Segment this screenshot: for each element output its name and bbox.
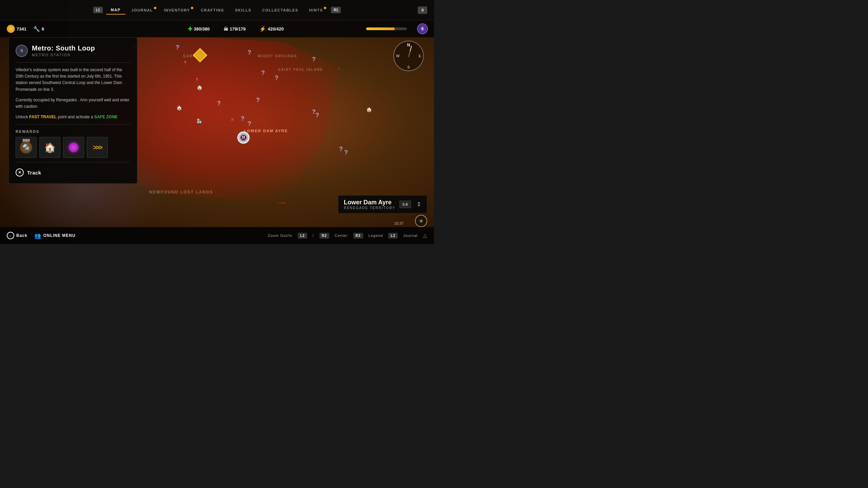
reward-count: 3000 bbox=[16, 139, 36, 142]
clock-icon: ☀ bbox=[415, 215, 427, 227]
inventory-badge bbox=[191, 7, 193, 9]
hp-value: 380/380 bbox=[194, 26, 210, 32]
legend-label: Legend bbox=[369, 233, 383, 238]
arrows-icon: >>> bbox=[93, 144, 102, 151]
marker-q7: ? bbox=[256, 97, 260, 104]
reward-house: 🏠 bbox=[39, 137, 60, 158]
crafting-status: 🔧 6 bbox=[33, 26, 44, 32]
level-badge: 6 bbox=[417, 23, 428, 34]
tooltip-text: Lower Dam Ayre RENEGADE TERRITORY bbox=[344, 199, 395, 210]
hp-icon: ✚ bbox=[188, 26, 192, 32]
r3-button[interactable]: R3 bbox=[353, 233, 363, 239]
marker-q4: ? bbox=[312, 56, 316, 63]
marker-q12: ? bbox=[344, 149, 348, 156]
gold-status: 7341 bbox=[7, 25, 26, 33]
region-newfound: NEWFOUND LOST LANDS bbox=[149, 190, 213, 195]
bottombar: ○ Back 👥 ONLINE MENU Zoom Out/In L2 / R2… bbox=[0, 227, 434, 244]
diamond-marker[interactable] bbox=[195, 50, 205, 60]
compass: N S E W bbox=[393, 41, 424, 71]
rewards-grid: 3000 🔩 🏠 >>> bbox=[16, 137, 130, 158]
unlock-text: Unlock FAST TRAVEL point and activate a … bbox=[16, 114, 130, 120]
marker-q6: ? bbox=[275, 75, 278, 82]
territory-arrow-icon: ⇕ bbox=[416, 201, 421, 208]
region-muddy: MUDDY GROUNDS bbox=[258, 54, 297, 58]
house-icon: 🏠 bbox=[44, 141, 56, 154]
reward-arrows: >>> bbox=[87, 137, 108, 158]
description-text-1: Villedor's subway system was built in th… bbox=[16, 67, 130, 93]
wrench-icon: 🔧 bbox=[33, 26, 40, 32]
triangle-button[interactable]: △ bbox=[423, 233, 427, 238]
l3-button[interactable]: L3 bbox=[388, 233, 398, 239]
xp-bar-container bbox=[366, 27, 407, 30]
marker-q8: ? bbox=[217, 100, 221, 107]
online-icon: 👥 bbox=[34, 232, 41, 239]
back-button[interactable]: ○ Back bbox=[7, 232, 27, 239]
bottom-left-controls: ○ Back 👥 ONLINE MENU bbox=[7, 232, 76, 239]
compass-n: N bbox=[407, 43, 410, 47]
reward-craft: 3000 🔩 bbox=[16, 137, 37, 158]
safe3-icon: 🏠 bbox=[366, 107, 372, 112]
craft-icon: 🔩 bbox=[20, 141, 32, 154]
back-label: Back bbox=[16, 233, 27, 238]
location-header: 5 Metro: South Loop METRO STATION bbox=[16, 44, 130, 57]
tab-inventory[interactable]: INVENTORY bbox=[159, 6, 195, 14]
stamina-value: 420/420 bbox=[268, 26, 284, 32]
tab-collectables[interactable]: COLLECTABLES bbox=[257, 6, 303, 14]
tab-hints[interactable]: HINTS bbox=[304, 6, 328, 14]
divider-2 bbox=[16, 124, 130, 125]
immunity-value: 179/179 bbox=[230, 26, 246, 32]
l1-button[interactable]: L1 bbox=[93, 7, 103, 13]
r1-button[interactable]: R1 bbox=[331, 7, 341, 13]
divider-1 bbox=[16, 62, 130, 63]
crafting-value: 6 bbox=[42, 26, 44, 32]
marker-q14: ? bbox=[315, 112, 319, 119]
tooltip-location-name: Lower Dam Ayre bbox=[344, 199, 395, 206]
safe-zone-label: SAFE ZONE bbox=[94, 115, 118, 119]
marker-q11: ? bbox=[339, 146, 343, 153]
topbar: L1 MAP JOURNAL INVENTORY CRAFTING SKILLS… bbox=[0, 0, 434, 20]
back-circle-icon: ○ bbox=[7, 232, 14, 239]
journal-badge bbox=[154, 7, 156, 9]
compass-e: E bbox=[419, 54, 421, 58]
rewards-label: REWARDS bbox=[16, 129, 130, 134]
rewards-section: REWARDS 3000 🔩 🏠 >>> bbox=[16, 129, 130, 158]
online-menu-label: ONLINE MENU bbox=[43, 233, 76, 238]
skull-icon: ☠ bbox=[223, 26, 228, 32]
hp-status: ✚ 380/380 bbox=[188, 26, 210, 32]
tab-map[interactable]: MAP bbox=[106, 6, 125, 15]
gold-value: 7341 bbox=[17, 26, 26, 32]
pin-icon: 📍 bbox=[183, 61, 187, 65]
r2-button[interactable]: R2 bbox=[319, 233, 329, 239]
location-title-block: Metro: South Loop METRO STATION bbox=[32, 44, 95, 57]
statusbar: 7341 🔧 6 ✚ 380/380 ☠ 179/179 ⚡ 420/420 6 bbox=[0, 20, 434, 37]
safe2-icon: 🏠 bbox=[176, 105, 182, 110]
marker-q10: ? bbox=[248, 120, 251, 127]
safe-house-icon: 🏠 bbox=[197, 85, 202, 90]
hints-badge bbox=[324, 7, 326, 9]
pause-button[interactable]: ⏸ bbox=[418, 6, 427, 14]
l2-button[interactable]: L2 bbox=[298, 233, 307, 239]
reward-orb bbox=[63, 137, 84, 158]
tab-journal[interactable]: JOURNAL bbox=[127, 6, 158, 14]
nav-tabs: MAP JOURNAL INVENTORY CRAFTING SKILLS CO… bbox=[106, 6, 328, 15]
region-lower-dam: LOWER DAM AYRE bbox=[244, 129, 288, 133]
location-panel: 5 Metro: South Loop METRO STATION Villed… bbox=[8, 37, 137, 184]
description-text-2: Currently occupied by Renegades . Arm yo… bbox=[16, 97, 130, 110]
x-circle-icon: ✕ bbox=[16, 168, 24, 177]
marker-q2: ? bbox=[176, 44, 179, 51]
metro-marker[interactable]: 🚇 bbox=[237, 131, 250, 144]
fast-travel-label: FAST TRAVEL bbox=[29, 115, 57, 119]
track-button[interactable]: ✕ Track bbox=[16, 168, 130, 177]
location-level: 5 bbox=[16, 45, 28, 57]
online-menu-button[interactable]: 👥 ONLINE MENU bbox=[34, 232, 76, 239]
coin-icon bbox=[7, 25, 15, 33]
bolt-icon: ⚡ bbox=[259, 26, 266, 32]
compass-w: W bbox=[396, 54, 399, 58]
marker-q9: ? bbox=[241, 115, 244, 122]
compass-s: S bbox=[407, 65, 410, 69]
marker-q5: ? bbox=[261, 69, 265, 77]
location-title: Metro: South Loop bbox=[32, 44, 95, 52]
tab-crafting[interactable]: CRAFTING bbox=[196, 6, 229, 14]
tab-skills[interactable]: SKILLS bbox=[230, 6, 256, 14]
immunity-status: ☠ 179/179 bbox=[223, 26, 246, 32]
